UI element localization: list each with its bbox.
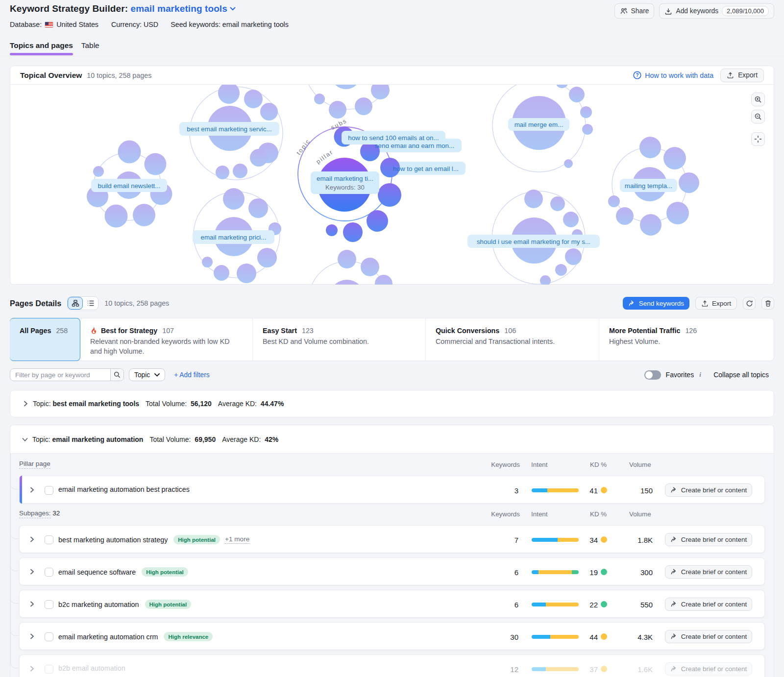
svg-text:topic: topic (295, 138, 312, 156)
svg-text:mail merge em...: mail merge em... (514, 121, 564, 128)
svg-text:should i use email marketing f: should i use email marketing for my s... (477, 238, 590, 245)
svg-text:?: ? (636, 73, 639, 78)
svg-text:build email newslett...: build email newslett... (98, 182, 160, 190)
svg-text:email marketing prici...: email marketing prici... (201, 234, 267, 241)
svg-text:email marketing ti...: email marketing ti... (317, 175, 373, 182)
svg-text:best email marketing servic...: best email marketing servic... (187, 125, 271, 133)
svg-text:mailing templa...: mailing templa... (625, 182, 673, 190)
svg-text:how to send 100 emails at on..: how to send 100 emails at on... (348, 134, 439, 142)
svg-text:Keywords: 30: Keywords: 30 (325, 184, 365, 191)
svg-text:i: i (699, 371, 701, 378)
svg-text:how to get an email l...: how to get an email l... (393, 165, 459, 172)
